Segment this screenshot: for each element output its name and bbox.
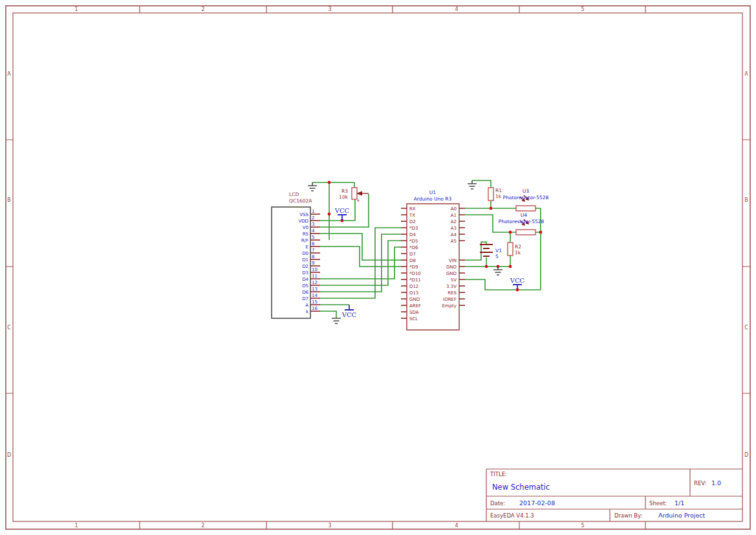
arduino-pin-name: D7 xyxy=(409,252,416,257)
rev-value[interactable]: 1.0 xyxy=(711,479,721,486)
vcc-icon[interactable] xyxy=(345,305,354,310)
rev-label[interactable]: REV: xyxy=(694,480,706,486)
r2-ref-label[interactable]: R2 xyxy=(515,244,521,250)
ground-icon[interactable] xyxy=(332,318,341,323)
title-label[interactable]: TITLE: xyxy=(490,471,507,477)
battery-v1[interactable] xyxy=(480,245,493,256)
arduino-pin-name: *D10 xyxy=(409,271,421,276)
frame-row-label: C xyxy=(744,325,748,331)
lcd-part-label[interactable]: QC1602A xyxy=(289,198,312,204)
lcd-pin-name: D3 xyxy=(302,270,308,276)
r3-value-label[interactable]: 10k xyxy=(339,194,349,200)
arduino-pin-name: AREF xyxy=(409,303,421,309)
sheet-value[interactable]: 1/1 xyxy=(675,499,684,507)
arduino-pin-name: SDA xyxy=(409,310,419,315)
frame-column-label: 1 xyxy=(74,6,78,12)
arduino-pin-name: 5V xyxy=(451,278,457,283)
lcd-pin-name: D5 xyxy=(302,283,308,289)
drawn-by-label[interactable]: Drawn By: xyxy=(614,512,642,519)
arduino-pin-name: GND xyxy=(446,265,457,270)
frame-row-label: A xyxy=(744,71,748,77)
lcd-pin-name: RS xyxy=(303,232,309,237)
u4-ref-label[interactable]: U4 xyxy=(521,212,527,218)
resistor-r2[interactable] xyxy=(508,243,513,256)
arduino-pin-name: GND xyxy=(446,271,457,276)
lcd-pin-name: D1 xyxy=(302,257,308,263)
lcd-pin-name: A xyxy=(305,303,308,308)
frame-row-label: D xyxy=(7,452,11,458)
arduino-pin-name: *D6 xyxy=(409,245,418,250)
arduino-pin-name: D2 xyxy=(409,219,416,224)
arduino-part-label[interactable]: Arduino Uno R3 xyxy=(414,196,452,202)
frame-row-label: B xyxy=(7,197,11,203)
arduino-pin-name: A5 xyxy=(451,239,457,244)
frame-column-label: 3 xyxy=(328,6,331,12)
lcd-pin-number: 16 xyxy=(312,306,318,311)
drawn-by-value[interactable]: Arduino Project xyxy=(658,512,706,519)
arduino-ref-label[interactable]: U1 xyxy=(429,190,436,195)
r1-ref-label[interactable]: R1 xyxy=(495,188,502,193)
lcd-component[interactable] xyxy=(272,207,310,318)
r2-value-label[interactable]: 1k xyxy=(515,250,521,256)
v1-value-label[interactable]: 5 xyxy=(495,254,499,259)
lcd-pin-number: 12 xyxy=(312,280,318,285)
lcd-pin-name: D6 xyxy=(302,290,308,295)
sheet-label[interactable]: Sheet: xyxy=(649,500,667,507)
frame-column-label: 5 xyxy=(581,523,584,529)
arduino-pin-name: Empty xyxy=(442,303,457,309)
ground-icon[interactable] xyxy=(493,267,502,275)
vcc-icon[interactable] xyxy=(338,215,347,221)
lcd-pin-number: 15 xyxy=(312,300,318,305)
lcd-pin-name: D2 xyxy=(302,264,308,269)
r1-value-label[interactable]: 1k xyxy=(495,193,502,199)
vcc-icon[interactable] xyxy=(513,285,522,290)
frame-row-label: D xyxy=(744,452,748,458)
vcc-net-label[interactable]: VCC xyxy=(334,207,350,214)
lcd-pin-number: 10 xyxy=(312,267,318,272)
date-label[interactable]: Date: xyxy=(490,500,505,507)
arduino-pin-name: *D3 xyxy=(409,226,418,231)
ground-icon[interactable] xyxy=(468,180,477,189)
potentiometer-r3[interactable]: * xyxy=(352,188,369,205)
lcd-pin-number: 6 xyxy=(312,241,315,246)
frame-column-label: 4 xyxy=(455,523,458,529)
lcd-pin-number: 5 xyxy=(312,235,314,240)
schematic-canvas: * 1122334455AABBCCDD1VSS2VDD3V04RS5R/F6E… xyxy=(0,0,756,535)
lcd-pin-name: D7 xyxy=(302,296,308,301)
arduino-pin-name: *D9 xyxy=(409,265,418,270)
frame-column-label: 2 xyxy=(201,523,204,529)
lcd-pin-name: VSS xyxy=(299,212,308,217)
arduino-pin-name: RX xyxy=(409,206,416,212)
ground-icon[interactable] xyxy=(308,182,317,191)
lcd-pin-number: 13 xyxy=(312,287,318,292)
resistor-r1[interactable] xyxy=(488,188,493,201)
u3-part-label[interactable]: Photoresistor-5528 xyxy=(503,195,549,201)
lcd-pin-name: R/F xyxy=(301,238,308,243)
arduino-pin-name: D8 xyxy=(409,258,416,263)
frame-column-label: 5 xyxy=(581,6,584,12)
arduino-pin-name: *D11 xyxy=(409,278,421,283)
vcc-net-label[interactable]: VCC xyxy=(510,277,525,284)
arduino-pin-name: SCL xyxy=(409,316,418,322)
vcc-net-label[interactable]: VCC xyxy=(341,311,357,318)
frame-column-label: 2 xyxy=(201,6,204,12)
arduino-pin-name: D12 xyxy=(409,284,418,289)
software-label[interactable]: EasyEDA V4.1.3 xyxy=(490,512,534,519)
arduino-pin-name: D13 xyxy=(409,290,418,296)
lcd-pin-name: E xyxy=(306,245,308,250)
frame-row-label: A xyxy=(7,71,11,77)
arduino-pin-name: *D5 xyxy=(409,239,418,244)
lcd-pin-number: 9 xyxy=(312,261,314,266)
r3-ref-label[interactable]: R3 xyxy=(341,188,348,194)
u4-part-label[interactable]: Photoresistor-5528 xyxy=(499,219,545,224)
arduino-pin-name: A1 xyxy=(451,213,457,218)
arduino-pin-name: 3.3V xyxy=(446,284,457,289)
lcd-ref-label[interactable]: LCD xyxy=(289,191,299,197)
arduino-pin-name: TX xyxy=(409,213,415,218)
pin-star: * xyxy=(357,199,360,205)
v1-ref-label[interactable]: V1 xyxy=(495,248,502,254)
arduino-pin-name: D4 xyxy=(409,232,416,237)
date-value[interactable]: 2017-02-08 xyxy=(519,499,555,507)
title-value[interactable]: New Schematic xyxy=(492,483,550,492)
u3-ref-label[interactable]: U3 xyxy=(523,188,529,194)
